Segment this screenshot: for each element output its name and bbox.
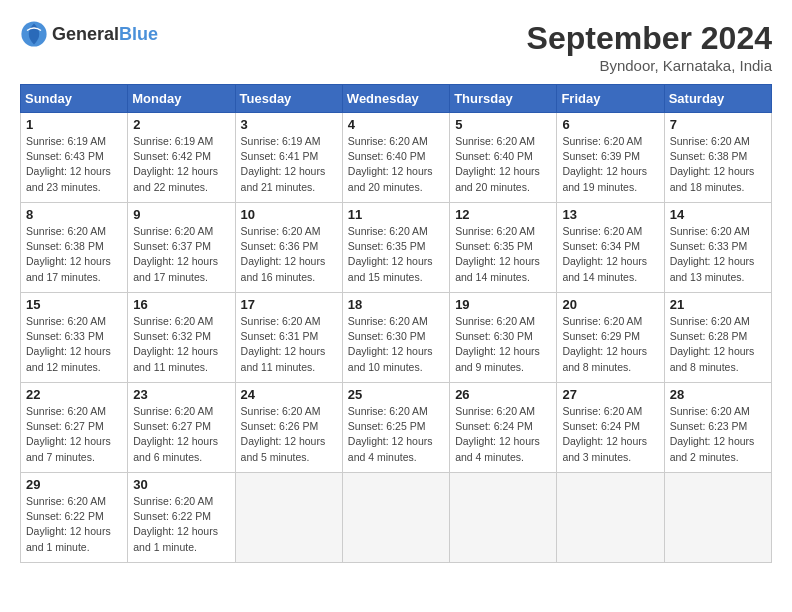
table-row: 4 Sunrise: 6:20 AM Sunset: 6:40 PM Dayli…: [342, 113, 449, 203]
day-number: 8: [26, 207, 122, 222]
calendar-row: 29 Sunrise: 6:20 AM Sunset: 6:22 PM Dayl…: [21, 473, 772, 563]
table-row: 18 Sunrise: 6:20 AM Sunset: 6:30 PM Dayl…: [342, 293, 449, 383]
day-number: 18: [348, 297, 444, 312]
table-row: 20 Sunrise: 6:20 AM Sunset: 6:29 PM Dayl…: [557, 293, 664, 383]
day-info: Sunrise: 6:20 AM Sunset: 6:33 PM Dayligh…: [26, 314, 122, 375]
day-info: Sunrise: 6:20 AM Sunset: 6:40 PM Dayligh…: [455, 134, 551, 195]
day-number: 9: [133, 207, 229, 222]
day-info: Sunrise: 6:20 AM Sunset: 6:28 PM Dayligh…: [670, 314, 766, 375]
day-number: 26: [455, 387, 551, 402]
header-thursday: Thursday: [450, 85, 557, 113]
calendar: Sunday Monday Tuesday Wednesday Thursday…: [20, 84, 772, 563]
day-number: 23: [133, 387, 229, 402]
table-row: 21 Sunrise: 6:20 AM Sunset: 6:28 PM Dayl…: [664, 293, 771, 383]
day-info: Sunrise: 6:20 AM Sunset: 6:22 PM Dayligh…: [26, 494, 122, 555]
table-row: 1 Sunrise: 6:19 AM Sunset: 6:43 PM Dayli…: [21, 113, 128, 203]
table-row: 30 Sunrise: 6:20 AM Sunset: 6:22 PM Dayl…: [128, 473, 235, 563]
location: Byndoor, Karnataka, India: [527, 57, 772, 74]
table-row: [557, 473, 664, 563]
table-row: 13 Sunrise: 6:20 AM Sunset: 6:34 PM Dayl…: [557, 203, 664, 293]
table-row: 3 Sunrise: 6:19 AM Sunset: 6:41 PM Dayli…: [235, 113, 342, 203]
calendar-header-row: Sunday Monday Tuesday Wednesday Thursday…: [21, 85, 772, 113]
day-number: 5: [455, 117, 551, 132]
table-row: 6 Sunrise: 6:20 AM Sunset: 6:39 PM Dayli…: [557, 113, 664, 203]
day-number: 2: [133, 117, 229, 132]
calendar-row: 15 Sunrise: 6:20 AM Sunset: 6:33 PM Dayl…: [21, 293, 772, 383]
day-info: Sunrise: 6:20 AM Sunset: 6:23 PM Dayligh…: [670, 404, 766, 465]
day-number: 15: [26, 297, 122, 312]
day-info: Sunrise: 6:20 AM Sunset: 6:31 PM Dayligh…: [241, 314, 337, 375]
header-monday: Monday: [128, 85, 235, 113]
calendar-row: 1 Sunrise: 6:19 AM Sunset: 6:43 PM Dayli…: [21, 113, 772, 203]
day-info: Sunrise: 6:20 AM Sunset: 6:38 PM Dayligh…: [26, 224, 122, 285]
header-tuesday: Tuesday: [235, 85, 342, 113]
day-number: 29: [26, 477, 122, 492]
day-info: Sunrise: 6:20 AM Sunset: 6:34 PM Dayligh…: [562, 224, 658, 285]
day-number: 14: [670, 207, 766, 222]
header-saturday: Saturday: [664, 85, 771, 113]
table-row: [235, 473, 342, 563]
day-info: Sunrise: 6:19 AM Sunset: 6:41 PM Dayligh…: [241, 134, 337, 195]
calendar-row: 22 Sunrise: 6:20 AM Sunset: 6:27 PM Dayl…: [21, 383, 772, 473]
page-header: GeneralBlue September 2024 Byndoor, Karn…: [20, 20, 772, 74]
day-info: Sunrise: 6:20 AM Sunset: 6:35 PM Dayligh…: [348, 224, 444, 285]
day-number: 1: [26, 117, 122, 132]
day-number: 3: [241, 117, 337, 132]
table-row: 22 Sunrise: 6:20 AM Sunset: 6:27 PM Dayl…: [21, 383, 128, 473]
header-friday: Friday: [557, 85, 664, 113]
table-row: 25 Sunrise: 6:20 AM Sunset: 6:25 PM Dayl…: [342, 383, 449, 473]
day-number: 19: [455, 297, 551, 312]
day-info: Sunrise: 6:19 AM Sunset: 6:43 PM Dayligh…: [26, 134, 122, 195]
logo: GeneralBlue: [20, 20, 158, 48]
header-sunday: Sunday: [21, 85, 128, 113]
day-info: Sunrise: 6:20 AM Sunset: 6:22 PM Dayligh…: [133, 494, 229, 555]
logo-icon: [20, 20, 48, 48]
table-row: 27 Sunrise: 6:20 AM Sunset: 6:24 PM Dayl…: [557, 383, 664, 473]
day-info: Sunrise: 6:20 AM Sunset: 6:32 PM Dayligh…: [133, 314, 229, 375]
day-info: Sunrise: 6:20 AM Sunset: 6:30 PM Dayligh…: [455, 314, 551, 375]
day-number: 21: [670, 297, 766, 312]
day-info: Sunrise: 6:20 AM Sunset: 6:35 PM Dayligh…: [455, 224, 551, 285]
day-number: 11: [348, 207, 444, 222]
day-info: Sunrise: 6:20 AM Sunset: 6:30 PM Dayligh…: [348, 314, 444, 375]
logo-general: General: [52, 24, 119, 44]
day-info: Sunrise: 6:20 AM Sunset: 6:26 PM Dayligh…: [241, 404, 337, 465]
table-row: 14 Sunrise: 6:20 AM Sunset: 6:33 PM Dayl…: [664, 203, 771, 293]
day-number: 12: [455, 207, 551, 222]
day-info: Sunrise: 6:20 AM Sunset: 6:39 PM Dayligh…: [562, 134, 658, 195]
day-info: Sunrise: 6:20 AM Sunset: 6:33 PM Dayligh…: [670, 224, 766, 285]
table-row: 15 Sunrise: 6:20 AM Sunset: 6:33 PM Dayl…: [21, 293, 128, 383]
calendar-row: 8 Sunrise: 6:20 AM Sunset: 6:38 PM Dayli…: [21, 203, 772, 293]
table-row: 9 Sunrise: 6:20 AM Sunset: 6:37 PM Dayli…: [128, 203, 235, 293]
table-row: 17 Sunrise: 6:20 AM Sunset: 6:31 PM Dayl…: [235, 293, 342, 383]
title-block: September 2024 Byndoor, Karnataka, India: [527, 20, 772, 74]
table-row: 29 Sunrise: 6:20 AM Sunset: 6:22 PM Dayl…: [21, 473, 128, 563]
day-number: 20: [562, 297, 658, 312]
day-info: Sunrise: 6:20 AM Sunset: 6:37 PM Dayligh…: [133, 224, 229, 285]
day-number: 24: [241, 387, 337, 402]
table-row: 26 Sunrise: 6:20 AM Sunset: 6:24 PM Dayl…: [450, 383, 557, 473]
day-info: Sunrise: 6:20 AM Sunset: 6:29 PM Dayligh…: [562, 314, 658, 375]
table-row: 5 Sunrise: 6:20 AM Sunset: 6:40 PM Dayli…: [450, 113, 557, 203]
table-row: [664, 473, 771, 563]
table-row: 10 Sunrise: 6:20 AM Sunset: 6:36 PM Dayl…: [235, 203, 342, 293]
table-row: 7 Sunrise: 6:20 AM Sunset: 6:38 PM Dayli…: [664, 113, 771, 203]
day-number: 28: [670, 387, 766, 402]
day-number: 22: [26, 387, 122, 402]
table-row: 12 Sunrise: 6:20 AM Sunset: 6:35 PM Dayl…: [450, 203, 557, 293]
table-row: 24 Sunrise: 6:20 AM Sunset: 6:26 PM Dayl…: [235, 383, 342, 473]
day-info: Sunrise: 6:20 AM Sunset: 6:25 PM Dayligh…: [348, 404, 444, 465]
day-number: 27: [562, 387, 658, 402]
table-row: [450, 473, 557, 563]
day-info: Sunrise: 6:20 AM Sunset: 6:24 PM Dayligh…: [562, 404, 658, 465]
day-number: 25: [348, 387, 444, 402]
day-info: Sunrise: 6:20 AM Sunset: 6:27 PM Dayligh…: [26, 404, 122, 465]
day-number: 4: [348, 117, 444, 132]
day-number: 30: [133, 477, 229, 492]
day-number: 10: [241, 207, 337, 222]
day-number: 17: [241, 297, 337, 312]
table-row: 8 Sunrise: 6:20 AM Sunset: 6:38 PM Dayli…: [21, 203, 128, 293]
day-number: 13: [562, 207, 658, 222]
day-info: Sunrise: 6:20 AM Sunset: 6:36 PM Dayligh…: [241, 224, 337, 285]
table-row: 11 Sunrise: 6:20 AM Sunset: 6:35 PM Dayl…: [342, 203, 449, 293]
